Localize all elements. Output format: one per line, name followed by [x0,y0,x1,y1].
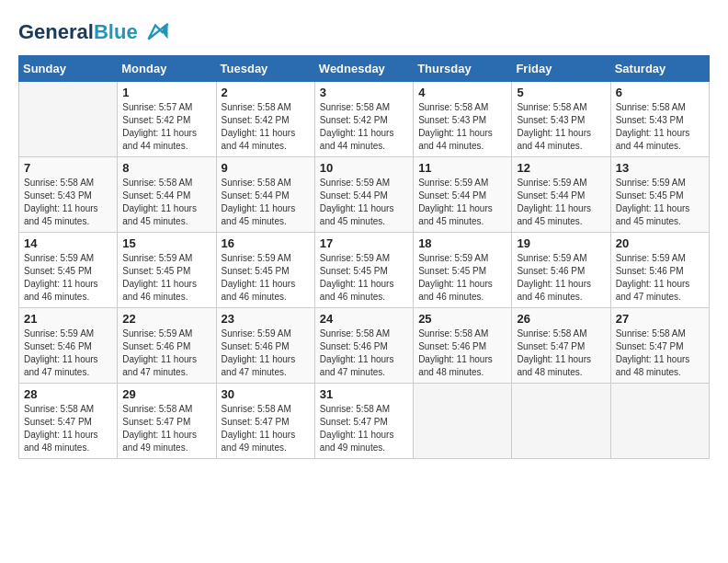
day-info: Sunrise: 5:58 AM Sunset: 5:42 PM Dayligh… [320,101,408,153]
day-number: 20 [616,236,704,250]
day-number: 23 [222,312,310,326]
calendar-cell: 21Sunrise: 5:59 AM Sunset: 5:46 PM Dayli… [19,308,118,384]
day-number: 15 [122,236,210,250]
weekday-header-row: SundayMondayTuesdayWednesdayThursdayFrid… [19,56,710,82]
weekday-header-friday: Friday [512,56,610,82]
logo: GeneralBlue [18,18,169,46]
weekday-header-monday: Monday [118,56,216,82]
day-number: 12 [517,161,605,175]
day-number: 31 [320,387,408,401]
calendar-cell: 4Sunrise: 5:58 AM Sunset: 5:43 PM Daylig… [414,82,512,157]
logo-icon [142,18,169,46]
day-number: 9 [222,161,310,175]
day-info: Sunrise: 5:58 AM Sunset: 5:43 PM Dayligh… [418,101,506,153]
calendar-cell: 30Sunrise: 5:58 AM Sunset: 5:47 PM Dayli… [216,384,314,459]
calendar-cell: 17Sunrise: 5:59 AM Sunset: 5:45 PM Dayli… [314,233,413,308]
weekday-header-saturday: Saturday [610,56,709,82]
day-number: 16 [222,236,310,250]
calendar-cell [414,384,512,459]
day-number: 17 [320,236,408,250]
calendar-cell: 2Sunrise: 5:58 AM Sunset: 5:42 PM Daylig… [216,82,314,157]
calendar-cell: 27Sunrise: 5:58 AM Sunset: 5:47 PM Dayli… [610,308,709,384]
day-number: 7 [24,161,112,175]
day-number: 10 [320,161,408,175]
day-number: 14 [24,236,112,250]
day-number: 11 [418,161,506,175]
day-number: 8 [122,161,210,175]
weekday-header-tuesday: Tuesday [216,56,314,82]
calendar-cell: 16Sunrise: 5:59 AM Sunset: 5:45 PM Dayli… [216,233,314,308]
day-info: Sunrise: 5:59 AM Sunset: 5:44 PM Dayligh… [418,177,506,228]
day-info: Sunrise: 5:59 AM Sunset: 5:45 PM Dayligh… [616,177,704,228]
logo-text: GeneralBlue [18,21,138,43]
calendar-cell: 1Sunrise: 5:57 AM Sunset: 5:42 PM Daylig… [118,82,216,157]
day-info: Sunrise: 5:58 AM Sunset: 5:47 PM Dayligh… [222,403,310,454]
calendar-cell: 6Sunrise: 5:58 AM Sunset: 5:43 PM Daylig… [610,82,709,157]
calendar-cell: 5Sunrise: 5:58 AM Sunset: 5:43 PM Daylig… [512,82,610,157]
day-info: Sunrise: 5:59 AM Sunset: 5:44 PM Dayligh… [320,177,408,228]
weekday-header-wednesday: Wednesday [314,56,413,82]
day-info: Sunrise: 5:59 AM Sunset: 5:44 PM Dayligh… [517,177,605,228]
calendar-week-row: 14Sunrise: 5:59 AM Sunset: 5:45 PM Dayli… [19,233,710,308]
day-number: 28 [24,387,112,401]
calendar-cell: 24Sunrise: 5:58 AM Sunset: 5:46 PM Dayli… [314,308,413,384]
day-info: Sunrise: 5:59 AM Sunset: 5:45 PM Dayligh… [24,252,112,304]
day-number: 26 [517,312,605,326]
calendar-cell: 20Sunrise: 5:59 AM Sunset: 5:46 PM Dayli… [610,233,709,308]
calendar-cell [19,82,118,157]
day-number: 19 [517,236,605,250]
calendar-cell: 10Sunrise: 5:59 AM Sunset: 5:44 PM Dayli… [314,157,413,233]
calendar-cell: 18Sunrise: 5:59 AM Sunset: 5:45 PM Dayli… [414,233,512,308]
day-info: Sunrise: 5:59 AM Sunset: 5:45 PM Dayligh… [320,252,408,304]
calendar-week-row: 1Sunrise: 5:57 AM Sunset: 5:42 PM Daylig… [19,82,710,157]
day-number: 3 [320,86,408,99]
day-info: Sunrise: 5:59 AM Sunset: 5:46 PM Dayligh… [517,252,605,304]
day-info: Sunrise: 5:58 AM Sunset: 5:47 PM Dayligh… [616,327,704,379]
day-info: Sunrise: 5:58 AM Sunset: 5:47 PM Dayligh… [24,403,112,454]
day-info: Sunrise: 5:59 AM Sunset: 5:46 PM Dayligh… [222,327,310,379]
day-info: Sunrise: 5:59 AM Sunset: 5:45 PM Dayligh… [122,252,210,304]
day-info: Sunrise: 5:58 AM Sunset: 5:43 PM Dayligh… [517,101,605,153]
day-number: 22 [122,312,210,326]
day-info: Sunrise: 5:59 AM Sunset: 5:45 PM Dayligh… [418,252,506,304]
day-info: Sunrise: 5:57 AM Sunset: 5:42 PM Dayligh… [122,101,210,153]
day-info: Sunrise: 5:58 AM Sunset: 5:44 PM Dayligh… [122,177,210,228]
calendar-cell: 11Sunrise: 5:59 AM Sunset: 5:44 PM Dayli… [414,157,512,233]
day-info: Sunrise: 5:58 AM Sunset: 5:46 PM Dayligh… [418,327,506,379]
day-number: 21 [24,312,112,326]
calendar-cell: 31Sunrise: 5:58 AM Sunset: 5:47 PM Dayli… [314,384,413,459]
day-number: 27 [616,312,704,326]
day-number: 24 [320,312,408,326]
day-info: Sunrise: 5:58 AM Sunset: 5:42 PM Dayligh… [222,101,310,153]
day-info: Sunrise: 5:58 AM Sunset: 5:43 PM Dayligh… [24,177,112,228]
calendar-cell: 22Sunrise: 5:59 AM Sunset: 5:46 PM Dayli… [118,308,216,384]
day-number: 6 [616,86,704,99]
day-number: 30 [222,387,310,401]
calendar-cell [512,384,610,459]
day-number: 1 [122,86,210,99]
calendar-cell: 29Sunrise: 5:58 AM Sunset: 5:47 PM Dayli… [118,384,216,459]
calendar-cell: 26Sunrise: 5:58 AM Sunset: 5:47 PM Dayli… [512,308,610,384]
calendar-cell: 23Sunrise: 5:59 AM Sunset: 5:46 PM Dayli… [216,308,314,384]
day-info: Sunrise: 5:59 AM Sunset: 5:46 PM Dayligh… [24,327,112,379]
day-info: Sunrise: 5:58 AM Sunset: 5:47 PM Dayligh… [517,327,605,379]
calendar-cell: 7Sunrise: 5:58 AM Sunset: 5:43 PM Daylig… [19,157,118,233]
day-info: Sunrise: 5:59 AM Sunset: 5:45 PM Dayligh… [222,252,310,304]
calendar-cell: 25Sunrise: 5:58 AM Sunset: 5:46 PM Dayli… [414,308,512,384]
calendar-cell: 8Sunrise: 5:58 AM Sunset: 5:44 PM Daylig… [118,157,216,233]
day-info: Sunrise: 5:58 AM Sunset: 5:44 PM Dayligh… [222,177,310,228]
day-number: 13 [616,161,704,175]
calendar-cell: 28Sunrise: 5:58 AM Sunset: 5:47 PM Dayli… [19,384,118,459]
day-info: Sunrise: 5:58 AM Sunset: 5:46 PM Dayligh… [320,327,408,379]
calendar-week-row: 28Sunrise: 5:58 AM Sunset: 5:47 PM Dayli… [19,384,710,459]
calendar-cell: 12Sunrise: 5:59 AM Sunset: 5:44 PM Dayli… [512,157,610,233]
calendar-cell: 14Sunrise: 5:59 AM Sunset: 5:45 PM Dayli… [19,233,118,308]
weekday-header-sunday: Sunday [19,56,118,82]
day-info: Sunrise: 5:58 AM Sunset: 5:43 PM Dayligh… [616,101,704,153]
day-number: 4 [418,86,506,99]
calendar-cell: 15Sunrise: 5:59 AM Sunset: 5:45 PM Dayli… [118,233,216,308]
calendar-week-row: 7Sunrise: 5:58 AM Sunset: 5:43 PM Daylig… [19,157,710,233]
day-number: 25 [418,312,506,326]
calendar-cell: 13Sunrise: 5:59 AM Sunset: 5:45 PM Dayli… [610,157,709,233]
day-info: Sunrise: 5:59 AM Sunset: 5:46 PM Dayligh… [616,252,704,304]
